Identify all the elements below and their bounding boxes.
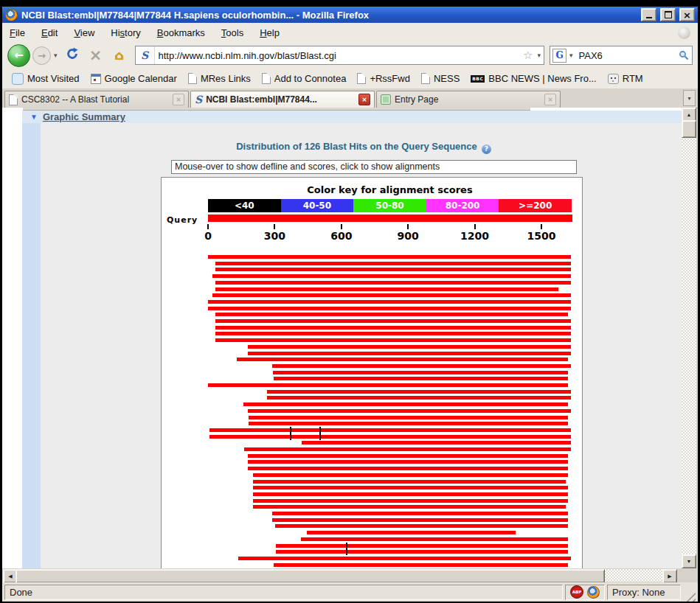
horizontal-scrollbar[interactable]: ◀ ▶: [2, 568, 698, 582]
blast-hit-bar[interactable]: [253, 473, 568, 477]
blast-hit-bar[interactable]: [272, 364, 571, 368]
blast-hit-bar[interactable]: [267, 390, 571, 394]
blast-hit-bar[interactable]: [248, 467, 568, 470]
blast-hit-bar[interactable]: [215, 326, 571, 330]
resize-grip[interactable]: [683, 589, 696, 602]
blast-hit-bar[interactable]: [208, 300, 571, 304]
blast-hit-bar[interactable]: [215, 332, 571, 335]
tab[interactable]: CSC8302 -- A Blast Tutorial: [4, 91, 189, 108]
url-text[interactable]: http://www.ncbi.nlm.nih.gov/blast/Blast.…: [155, 50, 521, 61]
close-button[interactable]: [679, 8, 695, 21]
blast-hit-bar[interactable]: [253, 486, 568, 489]
blast-hit-bar[interactable]: [274, 377, 568, 380]
minimize-button[interactable]: [641, 8, 656, 21]
blast-hit-bar[interactable]: [248, 454, 568, 458]
blast-hit-bar[interactable]: [272, 512, 568, 515]
search-engine-dropdown-icon[interactable]: [566, 52, 576, 59]
menu-view[interactable]: View: [74, 27, 94, 38]
home-button[interactable]: [110, 48, 129, 63]
blast-hit-bar[interactable]: [208, 383, 568, 387]
bookmark-item[interactable]: +RssFwd: [353, 72, 415, 86]
menu-edit[interactable]: Edit: [41, 27, 58, 38]
menu-file[interactable]: File: [10, 27, 25, 38]
blast-hit-bar[interactable]: [253, 505, 566, 509]
blast-hit-bar[interactable]: [248, 352, 571, 355]
blast-hit-bar[interactable]: [253, 499, 568, 503]
blast-hit-bar[interactable]: [215, 338, 571, 342]
blast-hit-bar[interactable]: [248, 409, 571, 413]
bookmark-item[interactable]: Google Calendar: [86, 72, 181, 86]
history-dropdown-icon[interactable]: [51, 52, 60, 59]
reload-button[interactable]: [63, 47, 82, 63]
back-button[interactable]: [7, 44, 30, 67]
blast-hit-bar[interactable]: [248, 345, 571, 349]
collapse-triangle-icon[interactable]: [30, 114, 38, 121]
blast-hit-bar[interactable]: [302, 441, 571, 445]
bookmark-star-icon[interactable]: [521, 49, 534, 62]
blast-hit-bar[interactable]: [215, 268, 571, 271]
mouseover-message-bar[interactable]: Mouse-over to show defline and scores, c…: [171, 160, 577, 174]
blast-hit-bar[interactable]: [253, 492, 568, 496]
scroll-right-button[interactable]: ▶: [662, 569, 677, 583]
scroll-down-button[interactable]: ▼: [682, 554, 696, 568]
menu-tools[interactable]: Tools: [221, 27, 243, 38]
blast-hit-bar[interactable]: [208, 255, 571, 259]
blast-hit-bar[interactable]: [307, 531, 516, 534]
blast-hit-bar[interactable]: [215, 319, 571, 323]
blast-hit-bar[interactable]: [267, 396, 571, 400]
menu-help[interactable]: Help: [260, 27, 280, 38]
blast-hit-bar[interactable]: [272, 518, 568, 522]
bookmark-item[interactable]: NESS: [417, 72, 464, 86]
blast-hit-bar[interactable]: [215, 313, 568, 316]
bookmark-item[interactable]: Most Visited: [7, 72, 84, 86]
horizontal-scrollbar-thumb[interactable]: [15, 569, 605, 583]
url-dropdown-icon[interactable]: [534, 52, 544, 59]
tab-close-icon[interactable]: [358, 94, 370, 105]
bookmark-item[interactable]: BBCBBC NEWS | News Fro...: [466, 72, 600, 86]
search-input[interactable]: PAX6: [576, 50, 676, 61]
bookmark-item[interactable]: RTM: [603, 72, 648, 86]
blast-hit-bar[interactable]: [215, 287, 558, 291]
firefox-status-icon[interactable]: [587, 586, 600, 599]
blast-hit-bar[interactable]: [243, 402, 568, 406]
help-icon[interactable]: [482, 144, 491, 154]
blast-hit-bar[interactable]: [209, 428, 571, 432]
tab-list-dropdown-icon[interactable]: [683, 90, 696, 106]
blast-hit-bar[interactable]: [249, 422, 568, 425]
graphic-summary-link[interactable]: Graphic Summary: [43, 111, 125, 122]
adblock-plus-icon[interactable]: ABP: [570, 585, 583, 599]
tab-close-icon[interactable]: [544, 94, 556, 105]
tab[interactable]: Entry Page: [376, 91, 561, 108]
blast-hit-bar[interactable]: [237, 358, 568, 361]
blast-hit-bar[interactable]: [276, 544, 568, 548]
blast-hit-bar[interactable]: [208, 307, 571, 310]
blast-hit-bar[interactable]: [249, 416, 568, 419]
vertical-scrollbar-thumb[interactable]: [682, 120, 696, 138]
blast-hit-bar[interactable]: [209, 435, 571, 439]
blast-hit-bar[interactable]: [275, 524, 568, 528]
location-bar[interactable]: S http://www.ncbi.nlm.nih.gov/blast/Blas…: [135, 46, 544, 65]
forward-button[interactable]: [32, 46, 51, 65]
blast-hit-bar[interactable]: [276, 550, 568, 554]
blast-hit-bar[interactable]: [248, 460, 568, 464]
blast-hit-bar[interactable]: [244, 447, 571, 451]
menu-bookmarks[interactable]: Bookmarks: [157, 27, 205, 38]
blast-hit-bar[interactable]: [215, 281, 571, 285]
blast-hit-bar[interactable]: [212, 274, 571, 278]
blast-hit-bar[interactable]: [273, 371, 568, 374]
maximize-button[interactable]: [660, 8, 676, 21]
blast-hit-bar[interactable]: [212, 293, 571, 297]
stop-button[interactable]: [86, 46, 105, 64]
vertical-scrollbar[interactable]: ▲ ▼: [682, 108, 696, 568]
bookmark-item[interactable]: Add to Connotea: [257, 72, 351, 86]
search-go-icon[interactable]: [676, 50, 692, 60]
blast-hit-bar[interactable]: [215, 262, 571, 265]
bookmark-item[interactable]: MRes Links: [184, 72, 255, 86]
search-box[interactable]: G PAX6: [550, 46, 693, 65]
blast-hit-bar[interactable]: [253, 480, 566, 484]
menu-history[interactable]: History: [111, 27, 140, 38]
blast-hit-bar[interactable]: [301, 537, 568, 541]
tab-active[interactable]: SNCBI Blast:embl|M77844...: [190, 91, 375, 108]
blast-hit-bar[interactable]: [238, 557, 571, 560]
google-engine-icon[interactable]: G: [552, 49, 566, 63]
